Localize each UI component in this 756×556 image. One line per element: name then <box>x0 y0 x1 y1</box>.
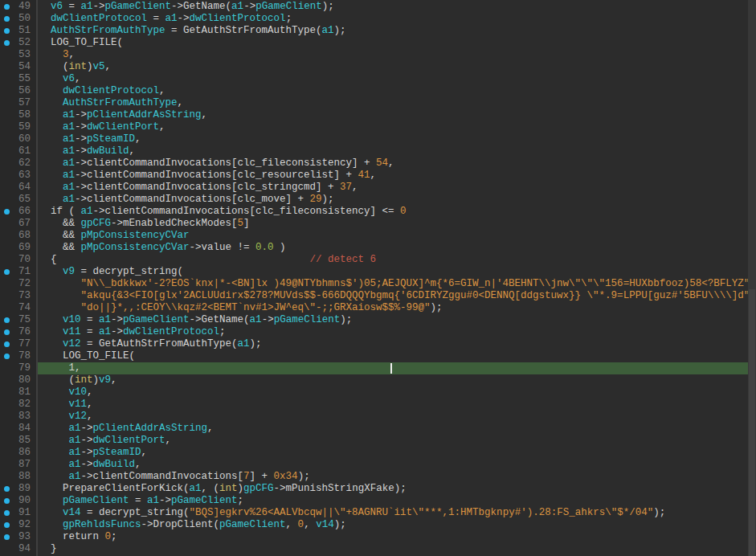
breakpoint-dot-icon[interactable] <box>4 317 10 323</box>
code-editor[interactable]: 49 v6 = a1->pGameClient->GetName(a1->pGa… <box>0 0 756 556</box>
code-line-52[interactable]: 52 LOG_TO_FILE( <box>0 37 756 49</box>
breakpoint-dot-icon[interactable] <box>4 209 10 215</box>
vertical-scrollbar[interactable] <box>748 0 756 556</box>
code-line-87[interactable]: 87 a1->dwBuild, <box>0 459 756 471</box>
code-line-65[interactable]: 65 a1->clientCommandInvocations[clc_move… <box>0 194 756 206</box>
code-line-62[interactable]: 62 a1->clientCommandInvocations[clc_file… <box>0 157 756 170</box>
code-line-77[interactable]: 77 v12 = GetAuthStrFromAuthType(a1); <box>0 338 756 350</box>
gutter-cell[interactable]: 53 <box>0 49 39 61</box>
breakpoint-dot-icon[interactable] <box>4 16 10 22</box>
code-line-76[interactable]: 76 v11 = a1->dwClientProtocol; <box>0 326 756 338</box>
gutter-cell[interactable]: 65 <box>0 194 39 206</box>
gutter-cell[interactable]: 94 <box>0 543 39 555</box>
gutter-cell[interactable]: 80 <box>0 374 39 386</box>
gutter-cell[interactable]: 67 <box>0 218 39 230</box>
gutter-cell[interactable]: 69 <box>0 242 39 254</box>
code-line-91[interactable]: 91 v14 = decrypt_string("BQS]egkrv%26<AA… <box>0 507 756 519</box>
code-line-61[interactable]: 61 a1->dwBuild, <box>0 145 756 157</box>
code-line-60[interactable]: 60 a1->pSteamID, <box>0 133 756 145</box>
gutter-cell[interactable]: 88 <box>0 471 39 483</box>
gutter-cell[interactable]: 82 <box>0 399 39 411</box>
gutter-cell[interactable]: 56 <box>0 85 39 97</box>
gutter-cell[interactable]: 92 <box>0 519 39 531</box>
gutter-cell[interactable]: 64 <box>0 182 39 194</box>
gutter-cell[interactable]: 70 <box>0 254 39 266</box>
code-line-59[interactable]: 59 a1->dwClientPort, <box>0 121 756 133</box>
gutter-cell[interactable]: 87 <box>0 459 39 471</box>
gutter-cell[interactable]: 77 <box>0 338 39 350</box>
code-line-49[interactable]: 49 v6 = a1->pGameClient->GetName(a1->pGa… <box>0 1 756 13</box>
gutter-cell[interactable]: 73 <box>0 290 39 302</box>
gutter-cell[interactable]: 61 <box>0 145 39 157</box>
code-line-86[interactable]: 86 a1->pSteamID, <box>0 447 756 459</box>
code-line-53[interactable]: 53 3, <box>0 49 756 61</box>
gutter-cell[interactable]: 90 <box>0 495 39 507</box>
gutter-cell[interactable]: 78 <box>0 350 39 362</box>
code-line-88[interactable]: 88 a1->clientCommandInvocations[7] + 0x3… <box>0 471 756 483</box>
gutter-cell[interactable]: 63 <box>0 170 39 182</box>
gutter-cell[interactable]: 68 <box>0 230 39 242</box>
breakpoint-dot-icon[interactable] <box>4 534 10 540</box>
gutter-cell[interactable]: 60 <box>0 133 39 145</box>
code-line-69[interactable]: 69 && pMpConsistencyCVar->value != 0.0 ) <box>0 242 756 254</box>
code-line-58[interactable]: 58 a1->pClientAddrAsString, <box>0 109 756 121</box>
code-line-56[interactable]: 56 dwClientProtocol, <box>0 85 756 97</box>
code-line-72[interactable]: 72 "N\\_bdkkwx'-2?EOS`knx|*-<BN]lx )49@N… <box>0 278 756 290</box>
breakpoint-dot-icon[interactable] <box>4 498 10 504</box>
code-line-73[interactable]: 73 "akqu{&3<FIO[glx'2ACLUUdirx$278?MUVds… <box>0 290 756 302</box>
breakpoint-dot-icon[interactable] <box>4 4 10 10</box>
gutter-cell[interactable]: 91 <box>0 507 39 519</box>
gutter-cell[interactable]: 93 <box>0 531 39 543</box>
code-line-85[interactable]: 85 a1->dwClientPort, <box>0 435 756 447</box>
breakpoint-dot-icon[interactable] <box>4 354 10 359</box>
breakpoint-dot-icon[interactable] <box>4 28 10 34</box>
code-line-84[interactable]: 84 a1->pClientAddrAsString, <box>0 423 756 435</box>
breakpoint-dot-icon[interactable] <box>4 510 10 516</box>
code-line-63[interactable]: 63 a1->clientCommandInvocations[clc_reso… <box>0 170 756 182</box>
code-line-50[interactable]: 50 dwClientProtocol = a1->dwClientProtoc… <box>0 13 756 25</box>
code-line-54[interactable]: 54 (int)v5, <box>0 61 756 73</box>
code-line-89[interactable]: 89 PrepareClientForKick(a1, (int)gpCFG->… <box>0 483 756 495</box>
gutter-cell[interactable]: 51 <box>0 25 39 37</box>
scrollbar-thumb[interactable] <box>749 289 755 556</box>
gutter-cell[interactable]: 84 <box>0 423 39 435</box>
code-line-82[interactable]: 82 v11, <box>0 399 756 411</box>
gutter-cell[interactable]: 58 <box>0 109 39 121</box>
gutter-cell[interactable]: 72 <box>0 278 39 290</box>
code-line-55[interactable]: 55 v6, <box>0 73 756 85</box>
code-line-90[interactable]: 90 pGameClient = a1->pGameClient; <box>0 495 756 507</box>
code-line-66[interactable]: 66 if ( a1->clientCommandInvocations[clc… <box>0 206 756 218</box>
gutter-cell[interactable]: 86 <box>0 447 39 459</box>
code-line-74[interactable]: 74 "do||}*,,:CEOY\\kqz#2<BEMT`nv#1>JW^eq… <box>0 302 756 314</box>
gutter-cell[interactable]: 54 <box>0 61 39 73</box>
gutter-cell[interactable]: 81 <box>0 386 39 399</box>
gutter-cell[interactable]: 52 <box>0 37 39 49</box>
gutter-cell[interactable]: 50 <box>0 13 39 25</box>
code-line-78[interactable]: 78 LOG_TO_FILE( <box>0 350 756 362</box>
gutter-cell[interactable]: 62 <box>0 157 39 170</box>
gutter-cell[interactable]: 55 <box>0 73 39 85</box>
breakpoint-dot-icon[interactable] <box>4 329 10 335</box>
code-line-80[interactable]: 80 (int)v9, <box>0 374 756 386</box>
code-line-51[interactable]: 51 AuthStrFromAuthType = GetAuthStrFromA… <box>0 25 756 37</box>
code-line-67[interactable]: 67 && gpCFG->mEnabledCheckModes[5] <box>0 218 756 230</box>
gutter-cell[interactable]: 79 <box>0 362 39 374</box>
code-line-68[interactable]: 68 && pMpConsistencyCVar <box>0 230 756 242</box>
gutter-cell[interactable]: 59 <box>0 121 39 133</box>
gutter-cell[interactable]: 71 <box>0 266 39 278</box>
gutter-cell[interactable]: 57 <box>0 97 39 109</box>
gutter-cell[interactable]: 83 <box>0 411 39 423</box>
gutter-cell[interactable]: 74 <box>0 302 39 314</box>
breakpoint-dot-icon[interactable] <box>4 341 10 347</box>
gutter-cell[interactable]: 75 <box>0 314 39 326</box>
code-line-93[interactable]: 93 return 0; <box>0 531 756 543</box>
gutter-cell[interactable]: 66 <box>0 206 39 218</box>
gutter-cell[interactable]: 76 <box>0 326 39 338</box>
gutter-cell[interactable]: 89 <box>0 483 39 495</box>
code-line-57[interactable]: 57 AuthStrFromAuthType, <box>0 97 756 109</box>
code-line-92[interactable]: 92 gpRehldsFuncs->DropClient(pGameClient… <box>0 519 756 531</box>
gutter-cell[interactable]: 49 <box>0 1 39 13</box>
breakpoint-dot-icon[interactable] <box>4 269 10 275</box>
code-line-75[interactable]: 75 v10 = a1->pGameClient->GetName(a1->pG… <box>0 314 756 326</box>
code-line-83[interactable]: 83 v12, <box>0 411 756 423</box>
